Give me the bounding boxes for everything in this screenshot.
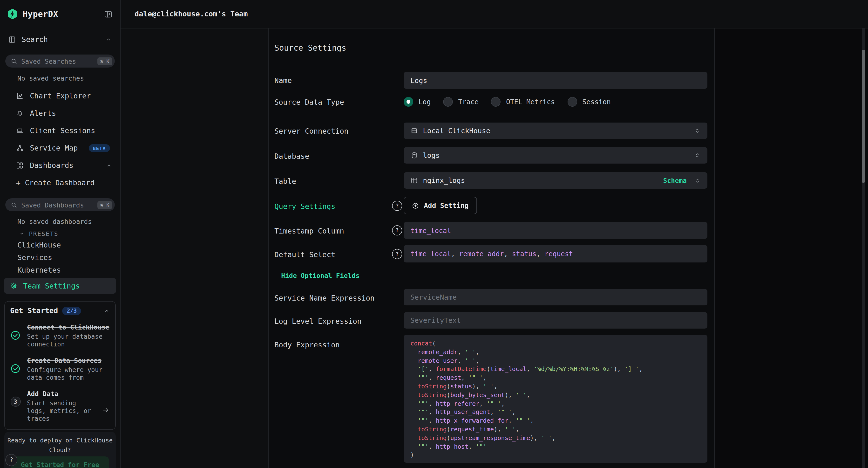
help-button[interactable]: ? [5,454,18,466]
check-circle-icon [10,330,21,348]
shortcut-badge: ⌘ K [97,201,112,209]
body-expression-editor[interactable]: concat( remote_addr, ' ', remote_user, '… [404,335,707,463]
sidebar: HyperDX Search [0,0,121,468]
sidebar-item-label: Service Map [30,144,78,152]
radio-dot [567,97,577,107]
team-name-title: dale@clickhouse.com's Team [134,10,248,18]
database-value: logs [423,151,440,159]
server-connection-value: Local ClickHouse [423,127,490,135]
timestamp-help-icon[interactable]: ? [392,225,402,235]
sidebar-item-service-map[interactable]: Service Map BETA [0,140,120,157]
radio-dot [443,97,453,107]
logo-row: HyperDX [0,0,120,28]
sidebar-item-team-settings[interactable]: Team Settings [4,278,116,294]
code-line: '"', http_host, '"' [410,442,701,451]
code-line: ) [410,451,701,460]
search-section-label: Search [22,35,48,44]
cloud-cta-line1: Ready to deploy on ClickHouse [7,436,113,445]
get-started-free-button[interactable]: Get Started for Free [11,457,109,468]
code-line: toString(body_bytes_sent), ' ', [410,391,701,400]
cloud-cta-line2: Cloud? [7,445,113,455]
collapse-sidebar-icon[interactable] [104,9,113,19]
code-line: '"', request, '" ', [410,374,701,382]
log-level-input[interactable]: SeverityText [404,312,707,328]
page-title: Source Settings [274,43,346,53]
service-name-label: Service Name Expression [274,294,374,302]
gear-icon [10,282,18,290]
timestamp-column-value: time_local [410,227,451,234]
step-title: Create Data Sources [27,356,110,364]
saved-searches-input[interactable]: Saved Searches ⌘ K [5,55,115,67]
topbar: dale@clickhouse.com's Team [121,0,868,28]
name-input[interactable]: Logs [404,72,707,89]
presets-label: PRESETS [29,230,58,237]
code-line: toString(status), ' ', [410,382,701,391]
hyperdx-logo-icon [7,8,18,20]
chevron-up-icon [104,308,110,314]
select-chevrons-icon [694,152,701,159]
sidebar-section-search[interactable]: Search [0,31,120,48]
timestamp-column-input[interactable]: time_local [404,222,707,239]
scrollbar-thumb[interactable] [862,50,865,183]
sidebar-item-label: Chart Explorer [30,92,91,100]
code-line: remote_addr, ' ', [410,348,701,356]
code-line: remote_user, ' ', [410,356,701,365]
source-data-type-label: Source Data Type [274,98,344,107]
no-saved-dashboards-note: No saved dashboards [18,217,120,225]
no-saved-searches-note: No saved searches [18,74,120,82]
database-select[interactable]: logs [404,147,707,164]
name-value: Logs [410,77,427,84]
preset-item-clickhouse[interactable]: ClickHouse [0,239,120,252]
create-dashboard-button[interactable]: + Create Dashboard [0,174,120,192]
saved-dashboards-input[interactable]: Saved Dashboards ⌘ K [5,198,115,211]
source-data-type-radios: Log Trace OTEL Metrics Session [404,97,611,107]
sidebar-item-label: Dashboards [30,161,73,170]
get-started-step-3[interactable]: 3 Add Data Start sending logs, metrics, … [10,390,110,422]
sidebar-item-client-sessions[interactable]: Client Sessions [0,122,120,140]
sidebar-item-alerts[interactable]: Alerts [0,105,120,122]
service-map-icon [16,144,24,152]
preset-item-services[interactable]: Services [0,252,120,264]
radio-dot [491,97,501,107]
select-chevrons-icon [694,177,701,183]
service-name-input[interactable]: ServiceName [404,289,707,305]
default-select-help-icon[interactable]: ? [392,249,402,259]
check-circle-icon [10,363,21,382]
radio-session[interactable]: Session [567,97,611,107]
hide-optional-fields-link[interactable]: Hide Optional Fields [281,272,360,280]
table-select[interactable]: nginx_logs Schema [404,172,707,188]
radio-trace[interactable]: Trace [443,97,478,107]
code-line: '[', formatDateTime(time_local, '%d/%b/%… [410,365,701,374]
query-settings-label: Query Settings [274,202,335,211]
preset-item-kubernetes[interactable]: Kubernetes [0,264,120,276]
plus-circle-icon [412,202,419,209]
radio-otel-metrics[interactable]: OTEL Metrics [491,97,555,107]
server-connection-select[interactable]: Local ClickHouse [404,122,707,139]
get-started-step-2[interactable]: Create Data Sources Configure where your… [10,356,110,382]
get-started-header[interactable]: Get Started 2/3 [10,306,110,315]
search-icon [10,58,18,64]
query-settings-help-icon[interactable]: ? [392,201,402,211]
service-name-placeholder: ServiceName [410,293,457,301]
body-expression-label: Body Expression [274,341,340,349]
arrow-right-icon [102,406,110,414]
get-started-title: Get Started [10,306,58,315]
schema-button[interactable]: Schema [663,177,687,184]
code-line: '"', http_referer, '" ', [410,399,701,408]
server-connection-label: Server Connection [274,127,348,136]
default-select-label: Default Select [274,251,335,259]
step-number-badge: 3 [10,397,21,407]
radio-log[interactable]: Log [404,97,431,107]
database-label: Database [274,152,309,160]
search-section-icon [8,36,16,43]
presets-toggle[interactable]: PRESETS [0,228,120,239]
sidebar-item-chart-explorer[interactable]: Chart Explorer [0,87,120,105]
sidebar-item-label: Alerts [30,109,56,118]
sidebar-section-dashboards[interactable]: Dashboards [0,157,120,174]
add-setting-button[interactable]: Add Setting [404,197,477,214]
chevron-up-icon [105,162,112,169]
get-started-step-1[interactable]: Connect to ClickHouse Set up your databa… [10,323,110,348]
clickhouse-cloud-cta: Ready to deploy on ClickHouse Cloud? Get… [4,432,116,468]
default-select-input[interactable]: time_local, remote_addr, status, request [404,245,707,262]
beta-badge: BETA [89,144,110,152]
